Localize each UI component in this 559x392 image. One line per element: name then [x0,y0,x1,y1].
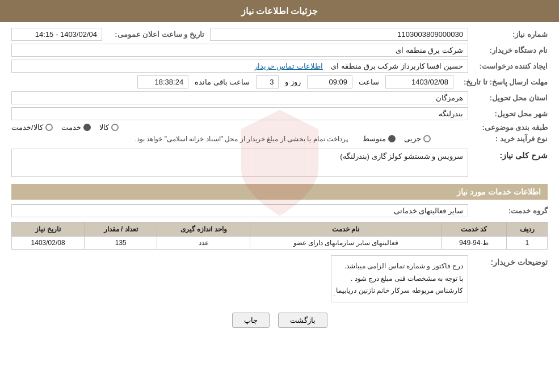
response-days-label: روز و [282,78,304,86]
response-time: 09:09 [307,75,352,88]
description-section: ATA شرح کلی نیاز: سرویس و شستشو کولز گاز… [11,149,548,177]
service-group-label: گروه خدمت: [468,206,548,215]
page-title: جزئیات اطلاعات نیاز [241,6,318,16]
main-content: شماره نیاز: 1103003809000030 تاریخ و ساع… [0,22,559,334]
category-kala-label: کالا [99,123,109,132]
col-service-name: نام خدمت [250,222,442,237]
table-row: 1ط-94-949فعالیتهای سایر سازمانهای دارای … [12,237,548,250]
page-wrapper: جزئیات اطلاعات نیاز شماره نیاز: 11030038… [0,0,559,392]
process-motavasset-radio[interactable] [388,135,396,142]
process-options: جزیی متوسط [363,134,465,143]
watermark-shield: ATA [223,106,337,220]
table-cell-2: فعالیتهای سایر سازمانهای دارای عضو [250,237,442,250]
creator-value: حسین افسا کاربرداز شرکت برق منطقه ای اطل… [11,60,468,73]
creator-label: ایجاد کننده درخواست: [468,62,548,70]
need-number-row: شماره نیاز: 1103003809000030 تاریخ و ساع… [11,28,548,41]
buyer-desc-label: توضیحات خریدار: [468,255,548,267]
city-label: شهر محل تحویل: [468,109,548,118]
province-value: هرمزگان [11,91,468,104]
category-label: طبقه بندی موضوعی: [468,123,548,132]
response-deadline-label: مهلت ارسال پاسخ: تا تاریخ: [457,78,548,86]
col-row-num: ردیف [507,222,548,237]
public-announce-label: تاریخ و ساعت اعلان عمومی: [102,30,204,39]
process-jozi-radio[interactable] [423,135,431,142]
page-header: جزئیات اطلاعات نیاز [0,0,559,22]
category-kala-radio[interactable] [111,124,119,131]
province-label: استان محل تحویل: [468,94,548,102]
category-khedmat-radio[interactable] [83,124,91,131]
buyer-desc-line1: درج فاکتور و شماره تماس الزامی میباشد. [336,260,463,273]
response-remaining: 18:38:24 [137,75,188,88]
buyer-desc-line3: کارشناس مربوطه سرکار خانم نازنین دریابیم… [336,285,463,297]
table-cell-1: ط-94-949 [442,237,507,250]
category-kala-khedmat: کالا/خدمت [11,123,53,132]
table-cell-3: عدد [157,237,250,250]
response-date: 1403/02/08 [385,75,453,88]
buyer-org-value: شرکت برق منطقه ای [11,44,468,57]
category-kala-khedmat-label: کالا/خدمت [11,123,43,132]
table-cell-5: 1403/02/08 [12,237,85,250]
response-days: 3 [256,75,279,88]
response-deadline-row: مهلت ارسال پاسخ: تا تاریخ: 1403/02/08 سا… [11,75,548,88]
col-quantity: تعداد / مقدار [85,222,157,237]
col-service-code: کد خدمت [442,222,507,237]
resize-handle[interactable] [333,294,339,301]
process-jozi-label: جزیی [404,134,421,143]
buyer-desc-value: درج فاکتور و شماره تماس الزامی میباشد. ب… [331,255,468,302]
need-number-value: 1103003809000030 [210,28,468,41]
category-kala-khedmat-radio[interactable] [45,124,53,131]
buyer-desc-line2: با توجه به مشخصات فنی مبلغ درج شود . [336,273,463,285]
svg-text:ATA: ATA [270,160,291,172]
services-table: ردیف کد خدمت نام خدمت واحد اندازه گیری ت… [11,222,548,250]
category-khedmat: خدمت [61,123,91,132]
public-announce-value: 1403/02/04 - 14:15 [11,28,102,41]
category-khedmat-label: خدمت [61,123,81,132]
back-button[interactable]: بازگشت [278,313,327,328]
table-cell-4: 135 [85,237,157,250]
process-motavasset: متوسط [363,134,396,143]
print-button[interactable]: چاپ [232,313,270,328]
need-number-label: شماره نیاز: [468,30,548,39]
response-time-label: ساعت [356,78,382,86]
creator-text: حسین افسا کاربرداز شرکت برق منطقه ای [331,62,463,70]
buyer-org-label: نام دستگاه خریدار: [468,46,548,54]
response-remaining-label: ساعت باقی مانده [192,78,253,86]
button-row: بازگشت چاپ [11,313,548,328]
need-description-label: شرح کلی نیاز: [468,149,548,160]
col-date: تاریخ نیاز [12,222,85,237]
table-cell-0: 1 [507,237,548,250]
category-kala: کالا [99,123,119,132]
province-row: استان محل تحویل: هرمزگان [11,91,548,104]
buyer-org-row: نام دستگاه خریدار: شرکت برق منطقه ای [11,44,548,57]
creator-row: ایجاد کننده درخواست: حسین افسا کاربرداز … [11,60,548,73]
table-header-row: ردیف کد خدمت نام خدمت واحد اندازه گیری ت… [12,222,548,237]
process-label: نوع فرآیند خرید : [468,134,548,143]
col-unit: واحد اندازه گیری [157,222,250,237]
process-motavasset-label: متوسط [363,134,386,143]
process-jozi: جزیی [404,134,431,143]
creator-link[interactable]: اطلاعات تماس خریدار [254,62,323,70]
buyer-desc-row: توضیحات خریدار: درج فاکتور و شماره تماس … [11,255,548,302]
